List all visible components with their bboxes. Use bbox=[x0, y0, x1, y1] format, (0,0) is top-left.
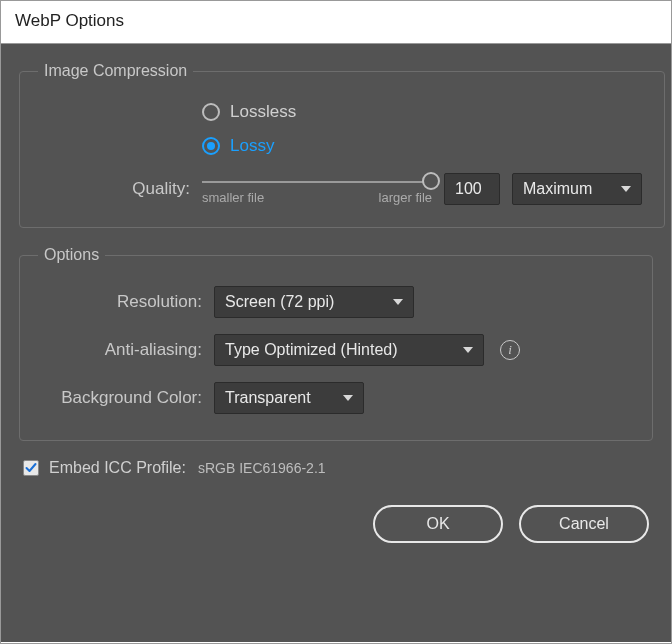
icc-profile-name: sRGB IEC61966-2.1 bbox=[198, 460, 326, 476]
resolution-label: Resolution: bbox=[42, 292, 202, 312]
quality-label: Quality: bbox=[42, 179, 190, 199]
window-title: WebP Options bbox=[1, 1, 671, 44]
dialog-content: Image Compression Lossless Lossy Quality… bbox=[1, 44, 671, 642]
chevron-down-icon bbox=[621, 186, 631, 192]
lossy-radio-row[interactable]: Lossy bbox=[202, 136, 642, 156]
antialias-row: Anti-aliasing: Type Optimized (Hinted) i bbox=[42, 334, 630, 366]
bgcolor-value: Transparent bbox=[225, 389, 311, 407]
slider-thumb[interactable] bbox=[422, 172, 440, 190]
antialias-value: Type Optimized (Hinted) bbox=[225, 341, 398, 359]
antialias-label: Anti-aliasing: bbox=[42, 340, 202, 360]
quality-slider[interactable] bbox=[202, 172, 432, 174]
lossless-radio-row[interactable]: Lossless bbox=[202, 102, 642, 122]
slider-track bbox=[202, 181, 432, 183]
options-group: Options Resolution: Screen (72 ppi) Anti… bbox=[19, 246, 653, 441]
quality-preset-value: Maximum bbox=[523, 180, 592, 198]
quality-value-input[interactable] bbox=[444, 173, 500, 205]
chevron-down-icon bbox=[463, 347, 473, 353]
smaller-file-caption: smaller file bbox=[202, 190, 264, 205]
info-icon[interactable]: i bbox=[500, 340, 520, 360]
options-legend: Options bbox=[38, 246, 105, 264]
embed-icc-checkbox[interactable] bbox=[23, 460, 39, 476]
lossless-label: Lossless bbox=[230, 102, 296, 122]
larger-file-caption: larger file bbox=[379, 190, 432, 205]
embed-icc-row[interactable]: Embed ICC Profile: sRGB IEC61966-2.1 bbox=[23, 459, 653, 477]
dialog-buttons: OK Cancel bbox=[19, 505, 653, 543]
resolution-select[interactable]: Screen (72 ppi) bbox=[214, 286, 414, 318]
chevron-down-icon bbox=[393, 299, 403, 305]
lossy-radio[interactable] bbox=[202, 137, 220, 155]
image-compression-legend: Image Compression bbox=[38, 62, 193, 80]
lossy-label: Lossy bbox=[230, 136, 274, 156]
quality-preset-select[interactable]: Maximum bbox=[512, 173, 642, 205]
embed-icc-label: Embed ICC Profile: bbox=[49, 459, 186, 477]
bgcolor-label: Background Color: bbox=[42, 388, 202, 408]
resolution-row: Resolution: Screen (72 ppi) bbox=[42, 286, 630, 318]
ok-button[interactable]: OK bbox=[373, 505, 503, 543]
chevron-down-icon bbox=[343, 395, 353, 401]
bgcolor-select[interactable]: Transparent bbox=[214, 382, 364, 414]
antialias-select[interactable]: Type Optimized (Hinted) bbox=[214, 334, 484, 366]
image-compression-group: Image Compression Lossless Lossy Quality… bbox=[19, 62, 665, 228]
lossless-radio[interactable] bbox=[202, 103, 220, 121]
check-icon bbox=[25, 462, 37, 474]
resolution-value: Screen (72 ppi) bbox=[225, 293, 334, 311]
bgcolor-row: Background Color: Transparent bbox=[42, 382, 630, 414]
webp-options-dialog: WebP Options Image Compression Lossless … bbox=[0, 0, 672, 644]
quality-row: Quality: smaller file larger file Maximu… bbox=[42, 172, 642, 205]
cancel-button[interactable]: Cancel bbox=[519, 505, 649, 543]
